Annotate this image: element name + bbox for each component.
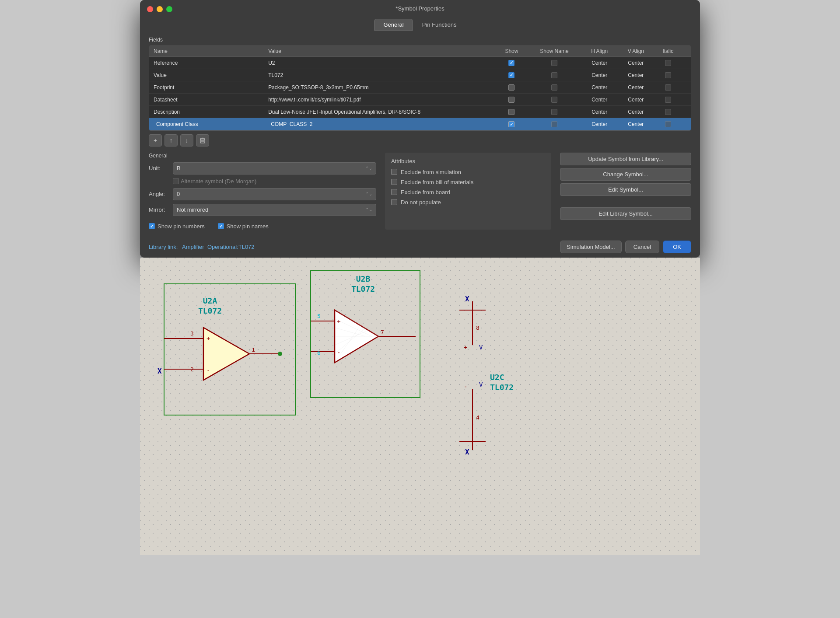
col-value: Value xyxy=(264,46,496,57)
attribute-row: Exclude from bill of materials xyxy=(391,179,545,185)
cell-italic[interactable] xyxy=(654,57,682,69)
col-name: Name xyxy=(149,46,264,57)
move-up-button[interactable]: ↑ xyxy=(164,134,178,147)
ok-button[interactable]: OK xyxy=(663,241,691,253)
cell-scroll-space xyxy=(682,81,691,94)
delete-field-button[interactable] xyxy=(196,134,209,147)
dialog-title: *Symbol Properties xyxy=(396,5,444,12)
cell-scroll-space xyxy=(682,106,691,118)
fields-table: Name Value Show Show Name H Align V Alig… xyxy=(149,46,691,130)
cell-show[interactable] xyxy=(496,69,527,81)
cell-italic[interactable] xyxy=(654,81,682,94)
maximize-button[interactable] xyxy=(166,6,172,12)
table-row[interactable]: Center Center xyxy=(149,118,691,130)
mirror-select[interactable]: Not mirrored ⌃⌄ xyxy=(173,204,376,216)
attribute-row: Do not populate xyxy=(391,199,545,206)
svg-text:X: X xyxy=(465,295,469,303)
cell-h-align: Center xyxy=(581,57,618,69)
svg-text:-: - xyxy=(337,349,340,356)
svg-text:-: - xyxy=(206,367,210,374)
attr-checkbox-exclude_sim[interactable] xyxy=(391,169,397,175)
table-row[interactable]: Value TL072 Center Center xyxy=(149,69,691,81)
update-symbol-button[interactable]: Update Symbol from Library... xyxy=(560,153,691,165)
svg-text:3: 3 xyxy=(190,330,194,337)
cell-name: Value xyxy=(149,69,264,81)
cell-show-name[interactable] xyxy=(527,118,581,130)
attr-checkbox-do_not_populate[interactable] xyxy=(391,199,397,205)
table-header-row: Name Value Show Show Name H Align V Alig… xyxy=(149,46,691,57)
cell-show[interactable] xyxy=(496,94,527,106)
table-row[interactable]: Reference U2 Center Center xyxy=(149,57,691,69)
cell-name: Reference xyxy=(149,57,264,69)
cell-italic[interactable] xyxy=(654,118,682,130)
general-section: General Unit: B ⌃⌄ Alternate symbol (De … xyxy=(149,153,376,230)
cell-show-name[interactable] xyxy=(527,106,581,118)
svg-text:U2A: U2A xyxy=(203,296,217,305)
alternate-symbol-label: Alternate symbol (De Morgan) xyxy=(181,178,256,185)
svg-text:X: X xyxy=(158,367,162,375)
attr-checkbox-exclude_bom[interactable] xyxy=(391,179,397,185)
table-row[interactable]: Datasheet http://www.ti.com/lit/ds/symli… xyxy=(149,94,691,106)
attr-label-exclude_sim: Exclude from simulation xyxy=(401,169,461,175)
library-link-container: Library link: Amplifier_Operational:TL07… xyxy=(149,244,255,250)
cell-show[interactable] xyxy=(496,57,527,69)
cell-italic[interactable] xyxy=(654,106,682,118)
cell-show[interactable] xyxy=(496,106,527,118)
cell-value: http://www.ti.com/lit/ds/symlink/tl071.p… xyxy=(264,94,496,106)
cell-value: Package_SO:TSSOP-8_3x3mm_P0.65mm xyxy=(264,81,496,94)
tab-general[interactable]: General xyxy=(374,19,413,31)
angle-select[interactable]: 0 ⌃⌄ xyxy=(173,188,376,200)
cell-v-align: Center xyxy=(618,118,654,130)
symbol-properties-dialog: *Symbol Properties General Pin Functions… xyxy=(140,0,700,258)
cell-italic[interactable] xyxy=(654,94,682,106)
svg-point-13 xyxy=(278,352,282,356)
edit-library-symbol-button[interactable]: Edit Library Symbol... xyxy=(560,207,691,220)
col-show: Show xyxy=(496,46,527,57)
show-pin-numbers-checkbox[interactable] xyxy=(149,223,155,229)
cell-value xyxy=(264,118,496,130)
col-italic: Italic xyxy=(654,46,682,57)
add-field-button[interactable]: + xyxy=(149,134,162,147)
traffic-lights xyxy=(147,6,172,12)
cell-show-name[interactable] xyxy=(527,69,581,81)
cell-h-align: Center xyxy=(581,118,618,130)
move-down-button[interactable]: ↓ xyxy=(180,134,193,147)
close-button[interactable] xyxy=(147,6,153,12)
cell-show[interactable] xyxy=(496,81,527,94)
simulation-model-button[interactable]: Simulation Model... xyxy=(560,241,622,253)
bottom-bar: Library link: Amplifier_Operational:TL07… xyxy=(140,236,700,258)
col-show-name: Show Name xyxy=(527,46,581,57)
cell-value: U2 xyxy=(264,57,496,69)
cancel-button[interactable]: Cancel xyxy=(625,241,659,253)
right-buttons: Update Symbol from Library... Change Sym… xyxy=(560,153,691,230)
table-row[interactable]: Footprint Package_SO:TSSOP-8_3x3mm_P0.65… xyxy=(149,81,691,94)
unit-select[interactable]: B ⌃⌄ xyxy=(173,162,376,175)
dialog-content: Fields Name Value Show Show Name H Align… xyxy=(140,31,700,236)
two-col-section: General Unit: B ⌃⌄ Alternate symbol (De … xyxy=(149,153,691,230)
svg-text:V: V xyxy=(479,344,483,351)
cell-show-name[interactable] xyxy=(527,81,581,94)
cell-italic[interactable] xyxy=(654,69,682,81)
cell-scroll-space xyxy=(682,69,691,81)
minimize-button[interactable] xyxy=(157,6,163,12)
svg-text:X: X xyxy=(465,448,469,456)
cell-name: Datasheet xyxy=(149,94,264,106)
table-row[interactable]: Description Dual Low-Noise JFET-Input Op… xyxy=(149,106,691,118)
mirror-value: Not mirrored xyxy=(177,206,208,213)
svg-text:5: 5 xyxy=(317,313,321,319)
tab-pin-functions[interactable]: Pin Functions xyxy=(413,19,466,31)
cell-show-name[interactable] xyxy=(527,94,581,106)
cell-show[interactable] xyxy=(496,118,527,130)
cell-v-align: Center xyxy=(618,57,654,69)
attr-checkbox-exclude_board[interactable] xyxy=(391,189,397,195)
unit-value: B xyxy=(177,165,181,171)
alternate-symbol-checkbox[interactable] xyxy=(173,178,179,184)
edit-symbol-button[interactable]: Edit Symbol... xyxy=(560,183,691,196)
general-label: General xyxy=(149,153,376,159)
change-symbol-button[interactable]: Change Symbol... xyxy=(560,168,691,181)
attribute-row: Exclude from board xyxy=(391,189,545,196)
show-pin-names-checkbox[interactable] xyxy=(218,223,224,229)
svg-text:V: V xyxy=(479,381,483,388)
cell-v-align: Center xyxy=(618,106,654,118)
cell-show-name[interactable] xyxy=(527,57,581,69)
